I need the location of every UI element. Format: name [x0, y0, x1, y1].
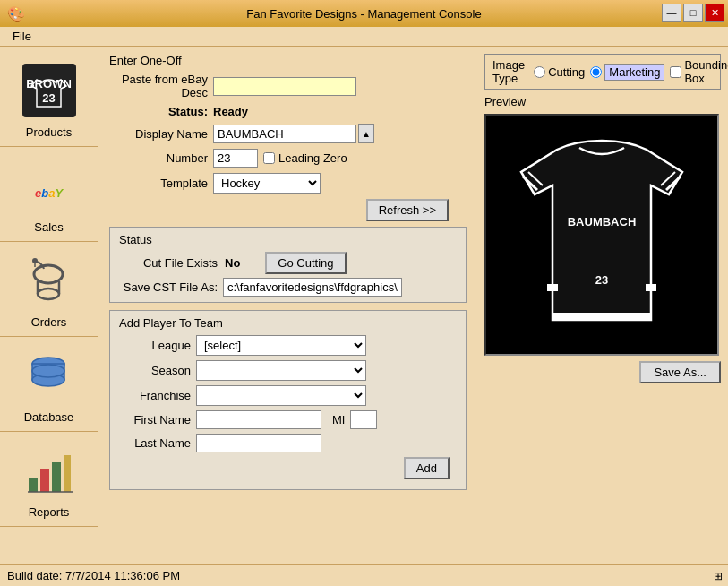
- reports-icon: [18, 439, 81, 502]
- resize-handle: ⊞: [714, 570, 723, 582]
- league-label: League: [119, 339, 191, 352]
- refresh-row: Refresh >>: [109, 199, 449, 221]
- bounding-box-label[interactable]: Bounding Box: [670, 58, 728, 85]
- close-button[interactable]: ✕: [705, 4, 724, 22]
- status-section-title: Status: [119, 233, 457, 246]
- window-controls: — □ ✕: [662, 4, 724, 22]
- svg-rect-25: [552, 313, 651, 320]
- title-bar: 🎨 Fan Favorite Designs - Management Cons…: [0, 0, 728, 27]
- template-label: Template: [109, 177, 208, 190]
- svg-point-6: [38, 289, 59, 299]
- minimize-button[interactable]: —: [662, 4, 681, 22]
- first-name-row: First Name MI: [119, 410, 457, 429]
- season-row: Season: [119, 360, 457, 381]
- cutting-radio[interactable]: [534, 66, 545, 78]
- products-label: Products: [26, 125, 72, 139]
- sidebar-item-products[interactable]: BROWN 23 Products: [0, 52, 98, 147]
- mi-input[interactable]: [350, 410, 377, 429]
- status-section: Status Cut File Exists No Go Cutting Sav…: [109, 227, 467, 303]
- sales-icon: ebaY: [18, 154, 81, 217]
- season-label: Season: [119, 364, 191, 377]
- database-icon: [18, 344, 81, 407]
- sidebar-item-database[interactable]: Database: [0, 337, 98, 432]
- enter-one-off-section: Enter One-Off Paste from eBay Desc Statu…: [109, 54, 467, 221]
- right-panel: Image Type Cutting Marketing Bounding Bo…: [477, 47, 728, 564]
- window-title: Fan Favorite Designs - Management Consol…: [246, 7, 481, 21]
- app-icon: 🎨: [7, 5, 25, 22]
- cut-file-label: Cut File Exists: [119, 256, 218, 270]
- league-row: League [select]: [119, 335, 457, 356]
- status-value: Ready: [213, 105, 248, 118]
- number-input[interactable]: [213, 149, 258, 168]
- save-as-button[interactable]: Save As...: [639, 361, 721, 383]
- cst-label: Save CST File As:: [119, 280, 218, 294]
- template-select[interactable]: Hockey Baseball Basketball Football Socc…: [213, 173, 321, 194]
- svg-rect-15: [64, 455, 71, 492]
- orders-label: Orders: [31, 315, 67, 329]
- svg-rect-14: [52, 462, 61, 492]
- sidebar-item-reports[interactable]: Reports: [0, 432, 98, 527]
- scroll-up-button[interactable]: ▲: [358, 124, 374, 143]
- status-row: Status: Ready: [109, 105, 467, 118]
- sidebar: BROWN 23 Products ebaY Sales: [0, 47, 98, 564]
- svg-rect-12: [29, 478, 38, 492]
- last-name-row: Last Name: [119, 434, 457, 452]
- display-name-input[interactable]: [213, 125, 356, 143]
- build-date: Build date: 7/7/2014 11:36:06 PM: [7, 569, 180, 582]
- svg-text:23: 23: [595, 273, 608, 287]
- leading-zero-label[interactable]: Leading Zero: [263, 151, 347, 165]
- menu-bar: File: [0, 27, 728, 47]
- franchise-label: Franchise: [119, 389, 191, 402]
- team-section: Add Player To Team League [select] Seaso…: [109, 310, 467, 490]
- reports-label: Reports: [29, 505, 70, 519]
- bounding-box-checkbox[interactable]: [670, 66, 681, 78]
- status-label: Status:: [109, 105, 208, 118]
- mi-label: MI: [332, 413, 345, 427]
- cst-path-input[interactable]: [223, 278, 402, 297]
- go-cutting-button[interactable]: Go Cutting: [265, 252, 346, 274]
- leading-zero-checkbox[interactable]: [263, 152, 275, 164]
- file-menu[interactable]: File: [4, 28, 40, 45]
- franchise-select[interactable]: [196, 385, 366, 406]
- cst-row: Save CST File As:: [119, 278, 457, 297]
- season-select[interactable]: [196, 360, 366, 381]
- cutting-radio-label[interactable]: Cutting: [534, 65, 585, 79]
- add-row: Add: [119, 457, 457, 479]
- database-label: Database: [24, 410, 74, 424]
- refresh-button[interactable]: Refresh >>: [366, 199, 449, 221]
- marketing-radio[interactable]: [590, 66, 602, 78]
- orders-icon: [18, 249, 81, 312]
- svg-point-3: [34, 265, 63, 283]
- enter-one-off-title: Enter One-Off: [109, 54, 467, 67]
- svg-point-11: [32, 365, 64, 377]
- last-name-input[interactable]: [196, 434, 321, 452]
- sidebar-item-sales[interactable]: ebaY Sales: [0, 147, 98, 242]
- team-section-title: Add Player To Team: [119, 316, 457, 330]
- marketing-radio-label[interactable]: Marketing: [590, 64, 664, 81]
- cut-file-row: Cut File Exists No Go Cutting: [119, 252, 457, 274]
- image-type-box: Image Type Cutting Marketing Bounding Bo…: [484, 54, 721, 90]
- display-name-row: Display Name ▲: [109, 124, 467, 143]
- template-row: Template Hockey Baseball Basketball Foot…: [109, 173, 467, 194]
- preview-label: Preview: [484, 95, 721, 108]
- status-bar: Build date: 7/7/2014 11:36:06 PM ⊞: [0, 564, 728, 586]
- products-icon: BROWN 23: [18, 59, 81, 122]
- sidebar-item-orders[interactable]: Orders: [0, 242, 98, 337]
- svg-point-7: [32, 258, 38, 263]
- add-button[interactable]: Add: [404, 457, 450, 479]
- image-type-title: Image Type: [492, 58, 525, 85]
- franchise-row: Franchise: [119, 385, 457, 406]
- first-name-input[interactable]: [196, 410, 321, 429]
- display-name-label: Display Name: [109, 127, 208, 141]
- number-row: Number Leading Zero: [109, 149, 467, 168]
- main-layout: BROWN 23 Products ebaY Sales: [0, 47, 728, 564]
- preview-area: BAUMBACH 23: [484, 114, 719, 356]
- svg-rect-13: [40, 469, 49, 492]
- svg-text:23: 23: [42, 91, 55, 105]
- paste-row: Paste from eBay Desc: [109, 73, 467, 99]
- sales-label: Sales: [34, 220, 64, 234]
- league-select[interactable]: [select]: [196, 335, 366, 356]
- first-name-label: First Name: [119, 413, 191, 427]
- paste-input[interactable]: [213, 77, 356, 96]
- maximize-button[interactable]: □: [683, 4, 703, 22]
